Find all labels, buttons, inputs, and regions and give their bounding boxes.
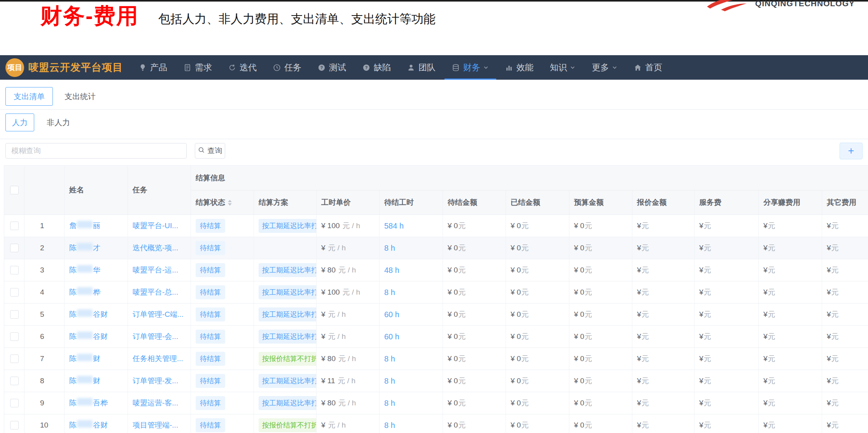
- row-index: 7: [24, 348, 65, 370]
- logo-text: QINQINGTECHNOLOGY: [755, 0, 855, 8]
- column-group-settlement-info: 结算信息: [191, 166, 868, 190]
- task-link[interactable]: 订单管理-发...: [133, 376, 178, 386]
- add-button[interactable]: +: [840, 143, 863, 159]
- sort-icon[interactable]: [228, 200, 232, 206]
- expense-table-wrap: 姓名 任务 结算信息 结算状态 结算方案 工时单价 待结工时 待结金额 已结金额…: [4, 165, 868, 433]
- nav-item-缺陷[interactable]: ?缺陷: [354, 55, 399, 80]
- settle-plan-badge: 按工期延迟比率打折: [259, 263, 317, 277]
- task-link[interactable]: 迭代概览-项...: [133, 243, 178, 253]
- settle-status-badge: 待结算: [196, 418, 225, 432]
- nav-item-团队[interactable]: 团队: [399, 55, 444, 80]
- settle-plan-cell: [254, 237, 317, 259]
- member-name-link[interactable]: 陈才: [69, 243, 100, 253]
- row-checkbox[interactable]: [10, 332, 19, 341]
- task-cell: 唛盟平台-UI...: [128, 215, 191, 237]
- task-link[interactable]: 项目管理端-...: [133, 420, 178, 430]
- service-fee-cell: ¥ 元: [695, 348, 759, 370]
- pending-hours-link[interactable]: 8 h: [384, 377, 395, 386]
- nav-item-效能[interactable]: 效能: [497, 55, 542, 80]
- task-cell: 迭代概览-项...: [128, 237, 191, 259]
- row-checkbox[interactable]: [10, 377, 19, 385]
- share-fee-cell: ¥ 元: [759, 259, 822, 281]
- name-cell: 陈桦: [65, 281, 128, 304]
- service-fee-cell: ¥ 元: [695, 370, 759, 392]
- row-checkbox-cell: [4, 370, 24, 392]
- task-link[interactable]: 订单管理-C端...: [133, 309, 184, 320]
- member-name-link[interactable]: 陈华: [69, 265, 100, 275]
- task-link[interactable]: 唛盟平台-总...: [133, 287, 178, 297]
- name-redaction: [77, 287, 93, 295]
- nav-item-知识[interactable]: 知识: [542, 55, 584, 80]
- member-name-link[interactable]: 陈财: [69, 354, 100, 364]
- pending-hours-link[interactable]: 48 h: [384, 266, 399, 275]
- pending-hours-link[interactable]: 60 h: [384, 332, 399, 341]
- nav-item-财务[interactable]: 财务: [444, 55, 497, 80]
- task-link[interactable]: 任务相关管理...: [133, 354, 183, 364]
- member-name-link[interactable]: 陈桦: [69, 287, 100, 297]
- nav-item-测试[interactable]: ?测试: [310, 55, 354, 80]
- tabs-expense: 支出清单支出统计: [5, 87, 96, 106]
- nav-item-任务[interactable]: 任务: [265, 55, 310, 80]
- tab-支出清单-active[interactable]: 支出清单: [5, 87, 53, 106]
- tab-支出统计[interactable]: 支出统计: [65, 91, 96, 102]
- subtab-非人力[interactable]: 非人力: [47, 117, 70, 128]
- pending-hours-link[interactable]: 8 h: [384, 399, 395, 408]
- nav-item-需求[interactable]: 需求: [175, 55, 220, 80]
- nav-item-首页[interactable]: 首页: [626, 55, 670, 80]
- task-link[interactable]: 唛盟平台-UI...: [133, 221, 178, 231]
- settled-amount-cell: ¥ 0元: [506, 370, 569, 392]
- member-name-link[interactable]: 陈财: [69, 376, 100, 386]
- nav-item-label: 财务: [463, 62, 480, 73]
- pending-hours-cell: 60 h: [380, 304, 443, 326]
- nav-item-产品[interactable]: 产品: [131, 55, 175, 80]
- column-header-settle-plan: 结算方案: [254, 190, 317, 215]
- task-cell: 唛盟平台-运...: [128, 259, 191, 281]
- settled-amount-cell: ¥ 0元: [506, 259, 569, 281]
- hour-rate-cell: ¥ 80元 / h: [317, 348, 380, 370]
- budget-amount-cell: ¥ 0元: [569, 237, 632, 259]
- select-all-checkbox[interactable]: [10, 186, 19, 194]
- subtab-人力-active[interactable]: 人力: [5, 113, 34, 131]
- member-name-link[interactable]: 陈谷财: [69, 420, 108, 430]
- row-checkbox[interactable]: [10, 310, 19, 319]
- service-fee-cell: ¥ 元: [695, 237, 759, 259]
- task-link[interactable]: 唛盟平台-运...: [133, 265, 178, 275]
- pending-hours-link[interactable]: 584 h: [384, 222, 404, 230]
- pending-hours-link[interactable]: 8 h: [384, 421, 395, 430]
- settle-status-cell: 待结算: [191, 281, 254, 304]
- quote-amount-cell: ¥ 元: [632, 392, 695, 414]
- share-fee-cell: ¥ 元: [759, 237, 822, 259]
- name-redaction: [77, 398, 93, 405]
- settled-amount-cell: ¥ 0元: [506, 326, 569, 348]
- row-checkbox[interactable]: [10, 244, 19, 252]
- pending-hours-link[interactable]: 60 h: [384, 310, 399, 319]
- settled-amount-cell: ¥ 0元: [506, 281, 569, 304]
- row-checkbox[interactable]: [10, 421, 19, 430]
- pending-hours-link[interactable]: 8 h: [384, 354, 395, 363]
- member-name-link[interactable]: 陈谷财: [69, 332, 108, 342]
- task-link[interactable]: 唛盟运营-客...: [133, 398, 178, 408]
- nav-item-label: 首页: [645, 62, 662, 73]
- task-link[interactable]: 订单管理-会...: [133, 332, 178, 342]
- search-button[interactable]: 查询: [195, 143, 225, 159]
- pending-hours-link[interactable]: 8 h: [384, 244, 395, 253]
- member-name-link[interactable]: 陈吾桦: [69, 398, 108, 408]
- nav-item-迭代[interactable]: 迭代: [220, 55, 265, 80]
- row-checkbox[interactable]: [10, 266, 19, 274]
- nav-item-更多[interactable]: 更多: [584, 55, 626, 80]
- member-name-link[interactable]: 陈谷财: [69, 309, 108, 320]
- row-checkbox[interactable]: [10, 222, 19, 230]
- pending-hours-cell: 8 h: [380, 392, 443, 414]
- task-cell: 订单管理-发...: [128, 370, 191, 392]
- member-name-link[interactable]: 詹丽: [69, 221, 100, 231]
- nav-item-label: 任务: [284, 62, 301, 73]
- page-title: 财务-费用: [40, 2, 139, 31]
- row-checkbox[interactable]: [10, 399, 19, 407]
- hour-rate-cell: ¥ 11元 / h: [317, 370, 380, 392]
- row-checkbox[interactable]: [10, 288, 19, 297]
- pending-hours-link[interactable]: 8 h: [384, 288, 395, 297]
- share-fee-cell: ¥ 元: [759, 370, 822, 392]
- quote-amount-cell: ¥ 元: [632, 414, 695, 433]
- row-checkbox[interactable]: [10, 354, 19, 363]
- search-input[interactable]: [5, 143, 187, 159]
